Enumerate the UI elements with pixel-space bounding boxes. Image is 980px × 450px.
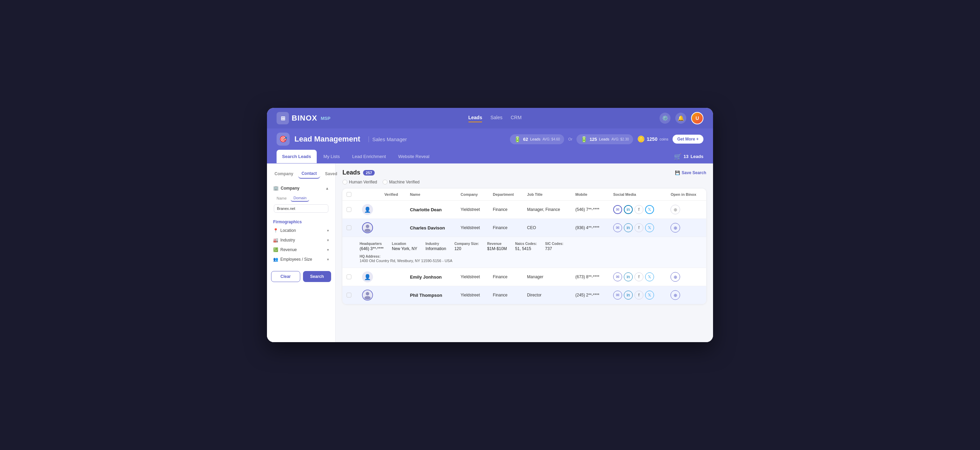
location-icon: 📍 [273,228,278,233]
row2-facebook-icon[interactable]: f [635,223,643,232]
save-search-button[interactable]: 💾 Save Search [675,171,706,175]
human-verified-option[interactable]: Human Verified [342,180,377,185]
credits-area: 🔋 62 Leads AVG: $4.60 Or 🔋 125 Leads AVG… [510,134,703,144]
row1-name-cell: Charlotte Dean [406,201,457,219]
th-company: Company [457,188,488,201]
exp-loc-val: New York, NY [392,246,417,251]
cart-label: Leads [690,154,703,159]
th-open-binox: Open in Binox [667,188,706,201]
company-section: 🏢 Company ▲ Name Domain [267,183,335,215]
leads-62-avg: AVG: $4.60 [542,137,560,141]
row1-company-cell: Yieldstreet [457,201,488,219]
bell-icon[interactable]: 🔔 [675,113,686,124]
leads-panel: Leads 257 💾 Save Search Human Verified M… [336,163,713,342]
svg-point-2 [364,229,371,232]
cart-area[interactable]: 🛒 13 Leads [674,153,703,160]
row3-social-icons: ✉ in f 𝕏 [613,273,663,281]
domain-input[interactable] [274,204,328,213]
th-verified: Verified [380,188,406,201]
row2-checkbox[interactable] [347,225,352,230]
exp-rev-val: $1M-$10M [487,246,507,251]
company-section-header[interactable]: 🏢 Company ▲ [271,183,331,193]
human-verified-radio[interactable] [342,180,347,185]
tab-contact[interactable]: Contact [298,169,320,179]
table-body: 👤 Charlotte Dean Yieldstreet Finance Man… [342,201,706,304]
row1-email-icon[interactable]: ✉ [613,205,622,214]
row3-verified-cell [380,268,406,286]
row3-email-icon[interactable]: ✉ [613,273,622,281]
row4-checkbox[interactable] [347,293,352,297]
row4-social-cell: ✉ in f 𝕏 [609,286,667,304]
sub-nav-my-lists[interactable]: My Lists [318,150,345,163]
row4-avatar [362,290,373,301]
sub-nav: Search Leads My Lists Lead Enrichment We… [267,150,713,163]
get-more-button[interactable]: Get More + [673,135,703,144]
revenue-chevron-icon: ▾ [327,248,329,252]
machine-verified-radio[interactable] [383,180,387,185]
row2-linkedin-icon[interactable]: in [624,223,633,232]
row1-binox-cell: ⊕ [667,201,706,219]
row4-facebook-icon[interactable]: f [635,290,643,300]
exp-ind-col: Industry Information [425,242,446,251]
cart-count: 13 [684,154,688,159]
th-social-media: Social Media [609,188,667,201]
row1-department-cell: Finance [488,201,523,219]
exp-size-label: Company Size: [454,242,479,246]
location-chevron-icon: ▾ [327,228,329,233]
row1-twitter-icon[interactable]: 𝕏 [645,205,654,214]
credits-62-pill: 🔋 62 Leads AVG: $4.60 [510,134,564,144]
leads-title-text: Leads [342,169,360,176]
row3-checkbox-cell [342,268,358,286]
industry-icon: 🏭 [273,238,278,243]
machine-verified-option[interactable]: Machine Verified [383,180,420,185]
row3-twitter-icon[interactable]: 𝕏 [645,273,654,281]
row2-name: Charles Davison [410,225,445,230]
sub-nav-lead-enrichment[interactable]: Lead Enrichment [347,150,391,163]
exp-hq-col: Headquarters (646) 3**-**** [360,242,383,251]
row2-open-binox-button[interactable]: ⊕ [670,223,680,233]
exp-hq-val: (646) 3**-**** [360,246,383,251]
row4-checkbox-cell [342,286,358,304]
sub-nav-website-reveal[interactable]: Website Reveal [393,150,435,163]
select-all-checkbox[interactable] [347,192,352,197]
nav-link-leads[interactable]: Leads [468,115,482,121]
row2-company-cell: Yieldstreet [457,219,488,237]
row1-facebook-icon[interactable]: f [635,205,643,214]
row1-open-binox-button[interactable]: ⊕ [670,205,680,214]
row4-email-icon[interactable]: ✉ [613,290,622,300]
avatar[interactable]: U [691,112,703,124]
domain-tab[interactable]: Domain [291,195,309,202]
row4-open-binox-button[interactable]: ⊕ [670,290,680,300]
row4-social-icons: ✉ in f 𝕏 [613,290,663,300]
nav-link-crm[interactable]: CRM [511,115,522,121]
leads-125-label: Leads [599,137,609,141]
name-tab[interactable]: Name [274,195,289,202]
row3-checkbox[interactable] [347,274,352,279]
company-section-title: 🏢 Company [273,185,299,191]
row4-name-cell: Phil Thompson [406,286,457,304]
sub-nav-search-leads[interactable]: Search Leads [277,150,317,163]
row4-linkedin-icon[interactable]: in [624,290,633,300]
settings-icon[interactable]: ⚙️ [660,113,670,124]
row1-linkedin-icon[interactable]: in [624,205,633,214]
exp-sic-val: 737 [545,246,563,251]
row3-linkedin-icon[interactable]: in [624,273,633,281]
nav-link-sales[interactable]: Sales [490,115,502,121]
row2-email-icon[interactable]: ✉ [613,223,622,232]
filter-revenue[interactable]: 💹 Revenue ▾ [271,245,331,255]
filter-location[interactable]: 📍 Location ▾ [271,226,331,235]
exp-size-col: Company Size: 120 [454,242,479,251]
row3-open-binox-button[interactable]: ⊕ [670,272,680,282]
tab-company[interactable]: Company [271,169,297,179]
row4-twitter-icon[interactable]: 𝕏 [645,290,654,300]
row1-checkbox[interactable] [347,207,352,212]
row3-facebook-icon[interactable]: f [635,273,643,281]
row2-twitter-icon[interactable]: 𝕏 [645,223,654,232]
row2-department-cell: Finance [488,219,523,237]
filter-industry[interactable]: 🏭 Industry ▾ [271,235,331,245]
clear-button[interactable]: Clear [271,271,300,282]
search-button[interactable]: Search [303,271,331,282]
filter-employees[interactable]: 👥 Employees / Size ▾ [271,255,331,264]
nav-icons: ⚙️ 🔔 U [660,112,703,124]
exp-size-val: 120 [454,246,479,251]
